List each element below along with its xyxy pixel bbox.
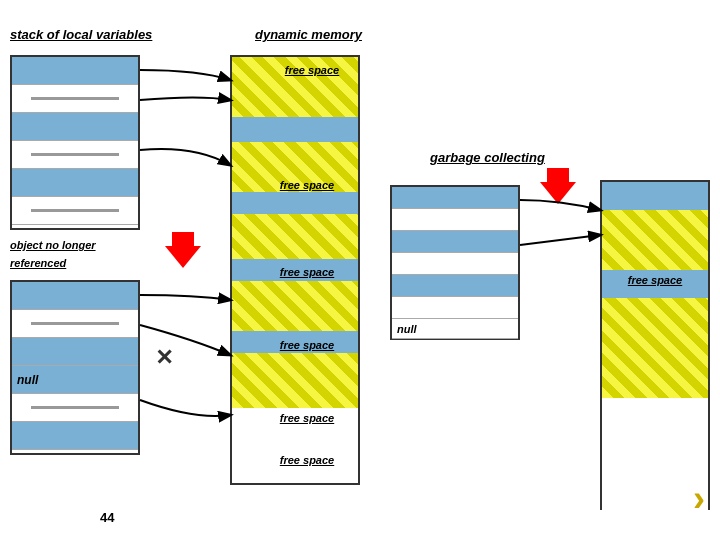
object-no-longer-label: object no longer referenced (10, 235, 96, 271)
gc-block: null (390, 185, 520, 340)
page-number: 44 (100, 510, 114, 525)
garbage-collecting-arrow (540, 168, 576, 204)
dynamic-memory-label: dynamic memory (255, 25, 362, 43)
chevron-right-icon[interactable]: › (693, 478, 705, 520)
object-no-longer-arrow (165, 232, 201, 268)
free-space-label-2: free space (242, 175, 372, 193)
stack-block-bottom: null (10, 280, 140, 455)
free-space-label-1: free space (252, 60, 372, 78)
free-space-label-6: free space (242, 450, 372, 468)
stack-block-top (10, 55, 140, 230)
free-space-label-right: free space (600, 270, 710, 288)
free-space-label-4: free space (242, 335, 372, 353)
free-space-label-3: free space (242, 262, 372, 280)
stack-of-local-label: stack of local variables (10, 25, 152, 43)
dynamic-block-right (600, 180, 710, 510)
free-space-label-5: free space (242, 408, 372, 426)
x-mark: ✕ (155, 345, 173, 371)
garbage-collecting-label: garbage collecting (430, 148, 545, 166)
